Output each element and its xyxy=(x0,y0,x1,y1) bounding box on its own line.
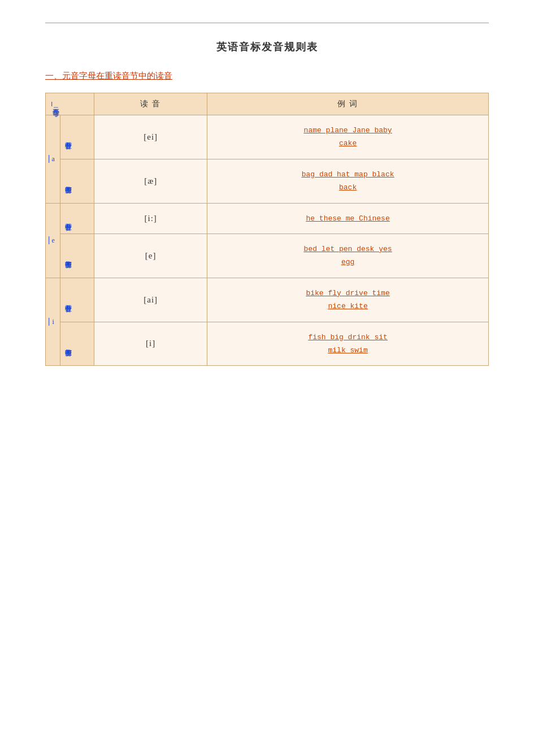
examples-ae: bag dad hat map blackback xyxy=(207,159,489,203)
sublabel-i-closed: 在闭音节中 xyxy=(60,322,94,366)
sublabel-i-open: 在开音节中 xyxy=(60,278,94,322)
vowel-e: e xyxy=(46,203,60,278)
section-title: 一、元音字母在重读音节中的读音 xyxy=(45,71,489,81)
sublabel-e-open: 在开音节中 xyxy=(60,203,94,234)
phonetic-ae: [æ] xyxy=(94,159,207,203)
examples-e: bed let pen desk yesegg xyxy=(207,234,489,278)
table-row: 在闭音节中 [i] fish big drink sitmilk swim xyxy=(46,322,489,366)
table-row: e 在开音节中 [i:] he these me Chinese xyxy=(46,203,489,234)
sublabel-a-closed: 在闭音节中 xyxy=(60,159,94,203)
header-example: 例 词 xyxy=(207,93,489,115)
table-row: 在闭音节中 [æ] bag dad hat map blackback xyxy=(46,159,489,203)
vowel-i: i xyxy=(46,278,60,366)
table-row: 在闭音节中 [e] bed let pen desk yesegg xyxy=(46,234,489,278)
sublabel-a-open: 在开音节中 xyxy=(60,115,94,159)
phonetic-i: [i] xyxy=(94,322,207,366)
phonetic-e: [e] xyxy=(94,234,207,278)
sublabel-e-closed: 在闭音节中 xyxy=(60,234,94,278)
phonetic-ilong: [i:] xyxy=(94,203,207,234)
page-container: 英语音标发音规则表 一、元音字母在重读音节中的读音 元音字母 读 音 例 词 xyxy=(0,0,534,756)
phonetic-ei: [ei] xyxy=(94,115,207,159)
table-row: i 在开音节中 [ai] bike fly drive timenice kit… xyxy=(46,278,489,322)
vowel-a: a xyxy=(46,115,60,204)
header-phonetic: 读 音 xyxy=(94,93,207,115)
page-title: 英语音标发音规则表 xyxy=(45,40,489,54)
top-divider xyxy=(45,23,489,23)
table-header-row: 元音字母 读 音 例 词 xyxy=(46,93,489,115)
examples-ilong: he these me Chinese xyxy=(207,203,489,234)
phonics-table: 元音字母 读 音 例 词 a 在开音节中 [ei] xyxy=(45,93,489,366)
examples-ei: name plane Jane babycake xyxy=(207,115,489,159)
phonetic-ai: [ai] xyxy=(94,278,207,322)
header-vowel: 元音字母 xyxy=(46,93,94,115)
table-row: a 在开音节中 [ei] name plane Jane babycake xyxy=(46,115,489,159)
examples-i: fish big drink sitmilk swim xyxy=(207,322,489,366)
examples-ai: bike fly drive timenice kite xyxy=(207,278,489,322)
